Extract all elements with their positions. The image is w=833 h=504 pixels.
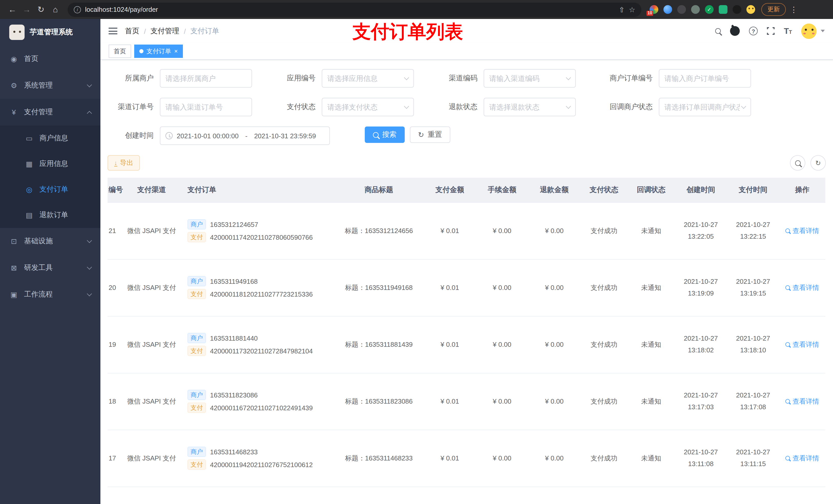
sidebar-item-refund-order[interactable]: ▤ 退款订单 bbox=[0, 202, 100, 228]
filter-label: 商户订单编号 bbox=[598, 74, 659, 83]
header-create-time: 创建时间 bbox=[675, 178, 727, 202]
extension-icon-6[interactable] bbox=[719, 5, 728, 14]
notify-status-select[interactable] bbox=[659, 98, 751, 116]
avatar[interactable] bbox=[801, 23, 817, 39]
extension-icon-8[interactable] bbox=[746, 5, 755, 14]
extension-icon-3[interactable] bbox=[677, 5, 686, 14]
refund-cell: ¥ 0.00 bbox=[528, 202, 580, 259]
sidebar-item-app-info[interactable]: ▦ 应用信息 bbox=[0, 151, 100, 177]
id-cell: 20 bbox=[108, 259, 123, 316]
sidebar-item-pay-order[interactable]: ◎ 支付订单 bbox=[0, 177, 100, 202]
merchant-select[interactable] bbox=[160, 69, 252, 88]
app-select[interactable] bbox=[322, 69, 414, 88]
extension-icon-2[interactable] bbox=[663, 5, 672, 14]
merchant-select-input[interactable] bbox=[165, 74, 246, 82]
page-content: 所属商户 应用编号 渠道编码 bbox=[100, 60, 833, 504]
forward-icon[interactable]: → bbox=[20, 2, 34, 17]
view-detail-link[interactable]: 查看详情 bbox=[785, 397, 819, 406]
site-info-icon[interactable]: i bbox=[74, 6, 81, 13]
navbar-actions: ? TT bbox=[715, 23, 825, 39]
chevron-down-icon bbox=[87, 264, 92, 269]
header-refund: 退款金额 bbox=[528, 178, 580, 202]
channel-order-no-field[interactable] bbox=[160, 98, 252, 116]
date-range-picker[interactable]: 2021-10-01 00:00:00 - 2021-10-31 23:59:5… bbox=[160, 126, 330, 145]
pay-time-cell: 2021-10-2713:18:10 bbox=[727, 316, 779, 373]
search-icon[interactable] bbox=[715, 28, 721, 34]
notify-cell: 未通知 bbox=[627, 430, 675, 486]
filter-label: 支付状态 bbox=[275, 102, 322, 112]
tab-pay-order[interactable]: 支付订单 × bbox=[134, 45, 183, 58]
view-detail-link[interactable]: 查看详情 bbox=[785, 340, 819, 349]
address-bar[interactable]: i localhost:1024/pay/order ⇧ ☆ bbox=[68, 2, 641, 17]
browser-toolbar: ← → ↻ ⌂ i localhost:1024/pay/order ⇧ ☆ 1… bbox=[0, 0, 833, 19]
extension-badge: 10 bbox=[646, 11, 653, 16]
sidebar-item-merchant-info[interactable]: ▭ 商户信息 bbox=[0, 125, 100, 151]
refund-cell: ¥ 0.00 bbox=[528, 373, 580, 430]
export-button[interactable]: ↓ 导出 bbox=[108, 155, 140, 171]
hamburger-icon[interactable] bbox=[109, 28, 117, 34]
home-icon[interactable]: ⌂ bbox=[48, 2, 63, 17]
share-icon[interactable]: ⇧ bbox=[619, 5, 624, 14]
channel-code-input[interactable] bbox=[489, 74, 565, 82]
search-icon bbox=[785, 399, 790, 404]
amount-cell: ¥ 0.01 bbox=[424, 430, 476, 486]
sidebar-item-infra[interactable]: ⊡ 基础设施 bbox=[0, 228, 100, 255]
question-icon[interactable]: ? bbox=[749, 27, 758, 35]
url-text[interactable]: localhost:1024/pay/order bbox=[85, 6, 615, 13]
table-refresh-button[interactable]: ↻ bbox=[810, 155, 826, 171]
fullscreen-icon[interactable] bbox=[767, 27, 775, 35]
table-row: 20 微信 JSAPI 支付 商户1635311949168 支付4200001… bbox=[108, 259, 825, 316]
chevron-down-icon bbox=[87, 238, 92, 243]
view-detail-link[interactable]: 查看详情 bbox=[785, 226, 819, 235]
merchant-order-no-input[interactable] bbox=[664, 74, 745, 82]
reload-icon[interactable]: ↻ bbox=[34, 2, 48, 17]
app-select-input[interactable] bbox=[327, 74, 403, 82]
extension-icon-7[interactable] bbox=[733, 5, 741, 14]
channel-tag: 支付 bbox=[188, 459, 206, 470]
payment-submenu: ▭ 商户信息 ▦ 应用信息 ◎ 支付订单 ▤ 退款订单 bbox=[0, 125, 100, 228]
breadcrumb-separator: / bbox=[184, 27, 186, 35]
sidebar-item-workflow[interactable]: ▣ 工作流程 bbox=[0, 281, 100, 308]
filter-channel-order-no: 渠道订单号 bbox=[108, 98, 252, 116]
avatar-caret-icon[interactable] bbox=[821, 30, 825, 32]
search-button[interactable]: 搜索 bbox=[365, 126, 405, 143]
refresh-icon: ↻ bbox=[418, 131, 424, 138]
breadcrumb-section[interactable]: 支付管理 bbox=[151, 26, 179, 35]
filter-label: 所属商户 bbox=[108, 74, 160, 83]
refund-status-input[interactable] bbox=[489, 103, 565, 111]
status-cell: 支付成功 bbox=[580, 316, 627, 373]
tab-label: 支付订单 bbox=[146, 47, 171, 55]
refund-status-select[interactable] bbox=[484, 98, 576, 116]
channel-order-no-input[interactable] bbox=[165, 103, 246, 111]
pay-time-cell: 2021-10-2713:22:15 bbox=[727, 202, 779, 259]
view-detail-link[interactable]: 查看详情 bbox=[785, 283, 819, 292]
browser-menu-icon[interactable]: ⋮ bbox=[790, 5, 798, 14]
sidebar-item-devtool[interactable]: ⊠ 研发工具 bbox=[0, 255, 100, 281]
notify-cell: 未通知 bbox=[627, 259, 675, 316]
back-icon[interactable]: ← bbox=[5, 2, 20, 17]
pay-status-select[interactable] bbox=[322, 98, 414, 116]
notify-status-input[interactable] bbox=[664, 103, 740, 111]
font-size-icon[interactable]: TT bbox=[784, 26, 792, 35]
extension-icon-1[interactable]: 10 bbox=[649, 5, 658, 14]
merchant-order-no-field[interactable] bbox=[659, 69, 751, 88]
chrome-update-button[interactable]: 更新 bbox=[761, 3, 786, 16]
view-detail-link[interactable]: 查看详情 bbox=[785, 454, 819, 463]
sidebar-item-home[interactable]: ◉ 首页 bbox=[0, 46, 100, 72]
close-icon[interactable]: × bbox=[174, 48, 178, 55]
monitor-icon: ⊡ bbox=[9, 237, 19, 245]
github-icon[interactable] bbox=[730, 26, 740, 36]
sidebar-item-payment[interactable]: ¥ 支付管理 bbox=[0, 99, 100, 125]
extension-icon-4[interactable] bbox=[691, 5, 700, 14]
reset-button[interactable]: ↻ 重置 bbox=[410, 126, 450, 143]
channel-code-select[interactable] bbox=[484, 69, 576, 88]
breadcrumb-home[interactable]: 首页 bbox=[125, 26, 139, 35]
sidebar-item-system[interactable]: ⚙ 系统管理 bbox=[0, 72, 100, 99]
tab-home[interactable]: 首页 bbox=[109, 45, 131, 58]
notify-cell bbox=[627, 486, 675, 504]
extension-icon-5[interactable]: ✓ bbox=[705, 5, 714, 14]
pay-status-input[interactable] bbox=[327, 103, 403, 111]
table-search-toggle-button[interactable] bbox=[790, 155, 805, 171]
bookmark-star-icon[interactable]: ☆ bbox=[629, 5, 635, 14]
action-cell: 查看详情 bbox=[779, 202, 825, 259]
